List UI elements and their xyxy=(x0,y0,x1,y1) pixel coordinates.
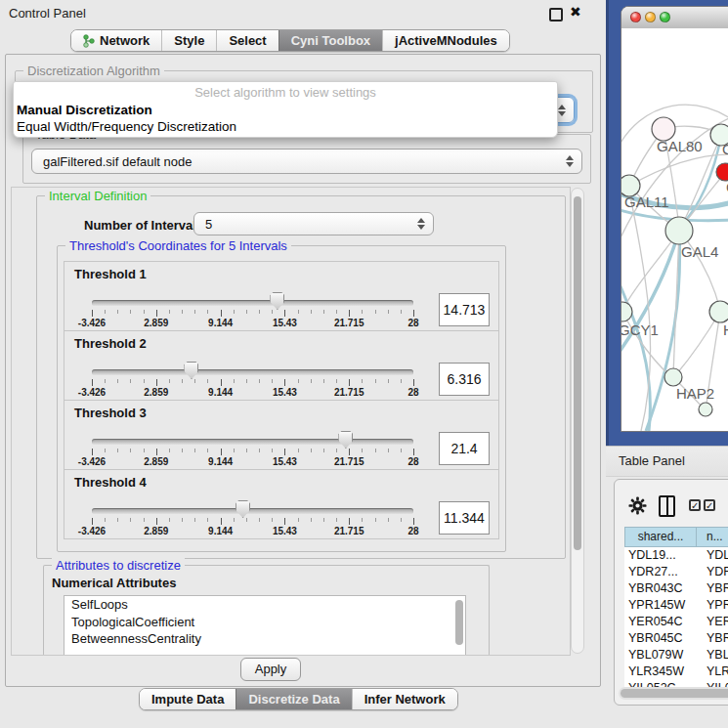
table-row[interactable]: YDR27...YDR2 xyxy=(624,564,728,580)
split-columns-icon[interactable] xyxy=(659,495,675,517)
cell-shared-name: YBR045C xyxy=(624,630,697,647)
table-row[interactable]: YDL19...YDL1 xyxy=(624,547,728,564)
threshold-value-field[interactable]: 21.4 xyxy=(439,432,490,465)
table-row[interactable]: YLR345WYLR3 xyxy=(624,664,728,680)
settings-vertical-scrollbar[interactable] xyxy=(571,188,584,654)
table-data-combobox[interactable]: galFiltered.sif default node xyxy=(31,149,582,174)
settings-gear-icon[interactable] xyxy=(628,496,647,515)
tick-mark xyxy=(336,310,337,314)
table-header-row: shared... n... xyxy=(624,527,728,547)
zoom-traffic-light[interactable] xyxy=(660,12,670,22)
tick-mark xyxy=(323,310,324,314)
threshold-slider-thumb[interactable] xyxy=(270,292,284,310)
tick-mark xyxy=(246,310,247,314)
tab-network[interactable]: Network xyxy=(71,30,161,51)
network-node[interactable] xyxy=(699,403,712,416)
column-header-name[interactable]: n... xyxy=(697,527,728,547)
network-node-gal4[interactable] xyxy=(665,217,693,244)
threshold-value-field[interactable]: 11.344 xyxy=(439,501,490,535)
network-node-h[interactable] xyxy=(709,301,728,322)
scrollbar-thumb[interactable] xyxy=(455,600,463,645)
number-of-intervals-combobox[interactable]: 5 xyxy=(193,212,434,236)
threshold-value-field[interactable]: 6.316 xyxy=(439,363,490,396)
threshold-slider-track[interactable] xyxy=(92,439,413,445)
threshold-slider-thumb[interactable] xyxy=(236,500,250,518)
cell-name: YDL1 xyxy=(697,547,728,564)
apply-button[interactable]: Apply xyxy=(240,658,301,681)
tick-mark xyxy=(156,518,157,525)
tick-label: 15.43 xyxy=(273,318,297,328)
tick-label: -3.426 xyxy=(78,318,106,328)
threshold-slider-track[interactable] xyxy=(92,300,413,306)
threshold-value-field[interactable]: 14.713 xyxy=(439,293,490,326)
tick-mark xyxy=(234,518,235,522)
tab-discretize-data[interactable]: Discretize Data xyxy=(236,689,351,709)
tick-mark xyxy=(388,449,389,452)
threshold-label: Threshold 1 xyxy=(74,267,147,281)
tab-infer-network[interactable]: Infer Network xyxy=(352,689,457,709)
tick-mark xyxy=(323,449,324,452)
tick-label: 2.859 xyxy=(144,526,168,536)
tab-jactivemnodules[interactable]: jActiveMNodules xyxy=(382,30,509,51)
tick-mark xyxy=(259,449,260,452)
scrollbar-thumb[interactable] xyxy=(574,196,581,550)
tick-mark xyxy=(246,379,247,383)
tick-mark xyxy=(311,310,312,314)
tick-label: 9.144 xyxy=(208,318,233,328)
tick-mark xyxy=(105,379,106,383)
threshold-slider-track[interactable] xyxy=(92,369,413,375)
tick-label: 15.43 xyxy=(273,456,297,467)
table-row[interactable]: YBL079WYBL0 xyxy=(624,647,728,664)
close-icon[interactable]: ✖ xyxy=(570,4,581,20)
tick-mark xyxy=(221,379,222,386)
tick-mark xyxy=(182,518,183,522)
tick-mark xyxy=(92,518,93,525)
tick-mark xyxy=(156,449,157,455)
threshold-slider-thumb[interactable] xyxy=(338,431,353,449)
table-horizontal-scrollbar[interactable] xyxy=(619,687,728,700)
tick-label: 9.144 xyxy=(208,456,233,467)
tick-mark xyxy=(194,310,195,314)
tick-mark xyxy=(156,310,157,317)
attribute-list-item[interactable]: SelfLoops xyxy=(64,596,465,614)
network-window-titlebar[interactable] xyxy=(621,7,728,29)
tick-mark xyxy=(298,310,299,314)
tick-mark xyxy=(117,379,118,383)
column-header-shared-name[interactable]: shared... xyxy=(624,527,697,547)
network-node-hap2[interactable] xyxy=(664,368,682,386)
dropdown-option-manual-discretization[interactable]: Manual Discretization xyxy=(17,103,152,117)
tick-mark xyxy=(272,449,273,452)
threshold-slider-track[interactable] xyxy=(92,508,413,514)
slider-ticks xyxy=(92,310,413,318)
table-row[interactable]: YBR045CYBR0 xyxy=(624,630,728,647)
table-row[interactable]: YPR145WYPR1 xyxy=(624,597,728,614)
attribute-list-item[interactable]: TopologicalCoefficient xyxy=(64,614,465,631)
tick-mark xyxy=(362,310,363,314)
table-row[interactable]: YBR043CYBR0 xyxy=(624,580,728,597)
column-checkbox-icon[interactable]: ✓ xyxy=(704,499,715,511)
scrollbar-thumb[interactable] xyxy=(621,689,728,698)
column-checkbox-icon[interactable]: ✓ xyxy=(689,499,701,511)
tick-mark xyxy=(92,310,93,317)
tick-mark xyxy=(221,310,222,317)
float-window-icon[interactable] xyxy=(549,8,563,21)
tab-impute-data[interactable]: Impute Data xyxy=(140,689,236,709)
tick-mark xyxy=(401,379,402,383)
minimize-traffic-light[interactable] xyxy=(645,12,656,22)
tick-mark xyxy=(375,518,376,522)
tick-mark xyxy=(182,310,183,314)
dropdown-option-equal-width-frequency[interactable]: Equal Width/Frequency Discretization xyxy=(17,119,236,134)
list-scrollbar[interactable] xyxy=(454,598,464,651)
table-row[interactable]: YER054CYER0 xyxy=(624,614,728,630)
tab-style[interactable]: Style xyxy=(161,30,216,51)
network-edge[interactable] xyxy=(630,196,651,431)
cyni-toolbox-panel: Discretization Algorithm Select algorith… xyxy=(5,54,601,687)
network-node-gcy1[interactable] xyxy=(621,302,632,321)
tick-mark xyxy=(413,379,414,386)
network-canvas[interactable]: GAL80GACGAL11GAL4GCY1HHAP2 xyxy=(621,28,728,431)
tab-select[interactable]: Select xyxy=(216,30,278,51)
close-traffic-light[interactable] xyxy=(630,12,641,22)
tab-cyni-toolbox[interactable]: Cyni Toolbox xyxy=(278,30,382,51)
threshold-slider-thumb[interactable] xyxy=(184,362,198,379)
attribute-list-item[interactable]: BetweennessCentrality xyxy=(64,630,465,648)
